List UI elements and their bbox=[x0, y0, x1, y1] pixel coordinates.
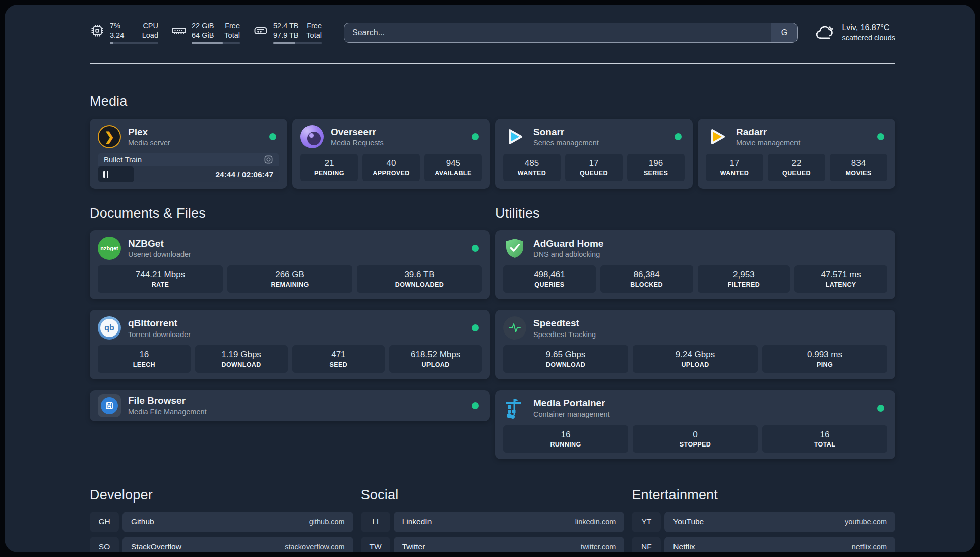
stat-latency: 47.571 msLATENCY bbox=[794, 265, 887, 293]
app-desc: Series management bbox=[533, 139, 599, 147]
stat-wanted: 17WANTED bbox=[706, 154, 763, 181]
filebrowser-logo-icon bbox=[98, 394, 121, 417]
session-detail-icon[interactable] bbox=[264, 155, 273, 164]
stat-leech: 16LEECH bbox=[98, 345, 191, 372]
link-url: youtube.com bbox=[845, 518, 887, 526]
disk-total-label: Total bbox=[306, 31, 322, 40]
cpu-widget: 7%CPU 3.24Load bbox=[90, 21, 158, 45]
app-desc: Movie management bbox=[736, 139, 800, 147]
nzbget-logo-icon: nzbget bbox=[98, 237, 121, 260]
pause-icon[interactable] bbox=[103, 171, 105, 178]
app-name: Radarr bbox=[736, 127, 800, 138]
cpu-progress-bar bbox=[110, 42, 158, 44]
status-dot bbox=[675, 133, 682, 140]
link-netflix[interactable]: NF Netflixnetflix.com bbox=[632, 537, 895, 552]
section-title-media: Media bbox=[90, 94, 895, 109]
stat-stopped: 0STOPPED bbox=[633, 425, 758, 453]
stat-blocked: 86,384BLOCKED bbox=[600, 265, 693, 293]
app-name: NZBGet bbox=[128, 238, 191, 250]
app-desc: Media Requests bbox=[331, 139, 384, 147]
stat-available: 945AVAILABLE bbox=[424, 154, 482, 181]
app-card-nzbget[interactable]: nzbget NZBGet Usenet downloader 744.21 M… bbox=[90, 230, 490, 299]
app-card-adguard[interactable]: AdGuard Home DNS and adblocking 498,461Q… bbox=[495, 230, 895, 299]
app-card-qbittorrent[interactable]: qb qBittorrent Torrent downloader 16LEEC… bbox=[90, 310, 490, 379]
weather-condition: scattered clouds bbox=[842, 33, 895, 43]
memory-widget: 22 GiBFree 64 GiBTotal bbox=[171, 21, 240, 45]
app-card-speedtest[interactable]: Speedtest Speedtest Tracking 9.65 GbpsDO… bbox=[495, 310, 895, 379]
link-name: LinkedIn bbox=[402, 517, 432, 526]
status-dot bbox=[877, 133, 884, 140]
link-name: Github bbox=[131, 517, 154, 526]
playback-time: 24:44 / 02:06:47 bbox=[215, 170, 273, 179]
section-title-developer: Developer bbox=[90, 487, 353, 503]
link-github[interactable]: GH Githubgithub.com bbox=[90, 512, 353, 532]
cpu-usage-value: 7% bbox=[110, 21, 120, 31]
stat-total: 16TOTAL bbox=[762, 425, 887, 453]
link-youtube[interactable]: YT YouTubeyoutube.com bbox=[632, 512, 895, 532]
adguard-logo-icon bbox=[503, 237, 526, 260]
now-playing-title: Bullet Train bbox=[104, 155, 142, 164]
app-desc: Media File Management bbox=[128, 408, 207, 416]
memory-total-value: 64 GiB bbox=[192, 31, 214, 40]
stat-filtered: 2,953FILTERED bbox=[698, 265, 790, 293]
stat-queued: 22QUEUED bbox=[768, 154, 825, 181]
memory-free-value: 22 GiB bbox=[192, 21, 214, 31]
memory-total-label: Total bbox=[224, 31, 240, 40]
search-bar: G bbox=[344, 23, 798, 43]
app-desc: Torrent downloader bbox=[128, 330, 191, 339]
link-name: StackOverflow bbox=[131, 542, 181, 551]
app-desc: Usenet downloader bbox=[128, 250, 191, 258]
app-card-radarr[interactable]: Radarr Movie management 17WANTED 22QUEUE… bbox=[698, 119, 895, 189]
playback-progress: 24:44 / 02:06:47 bbox=[98, 166, 279, 182]
app-name: AdGuard Home bbox=[533, 238, 603, 250]
app-desc: Container management bbox=[533, 410, 610, 418]
top-bar: 7%CPU 3.24Load 22 GiBFree 64 GiBTotal bbox=[90, 20, 895, 46]
section-title-social: Social bbox=[361, 487, 625, 503]
disk-icon bbox=[253, 23, 268, 38]
status-dot bbox=[269, 133, 276, 140]
status-dot bbox=[877, 405, 884, 412]
link-name: Netflix bbox=[673, 542, 695, 551]
header-divider bbox=[90, 63, 895, 64]
section-title-documents: Documents & Files bbox=[90, 206, 490, 221]
status-dot bbox=[472, 402, 479, 409]
link-url: github.com bbox=[309, 518, 345, 526]
weather-location: Lviv, 16.87°C bbox=[842, 22, 895, 33]
app-name: qBittorrent bbox=[128, 318, 191, 329]
stat-pending: 21PENDING bbox=[300, 154, 358, 181]
link-twitter[interactable]: TW Twittertwitter.com bbox=[361, 537, 625, 552]
search-engine-button[interactable]: G bbox=[771, 23, 797, 42]
app-desc: Speedtest Tracking bbox=[533, 330, 596, 339]
qbittorrent-logo-icon: qb bbox=[98, 316, 121, 340]
stat-queued: 17QUEUED bbox=[565, 154, 623, 181]
app-name: Overseerr bbox=[331, 127, 384, 138]
cpu-usage-label: CPU bbox=[143, 21, 158, 31]
link-stackoverflow[interactable]: SO StackOverflowstackoverflow.com bbox=[90, 537, 353, 552]
portainer-logo-icon bbox=[503, 397, 526, 420]
app-card-portainer[interactable]: Media Portainer Container management 16R… bbox=[495, 390, 895, 459]
app-card-plex[interactable]: ❯ Plex Media server Bullet Train bbox=[90, 119, 287, 189]
link-tag: GH bbox=[90, 512, 119, 532]
stat-download: 1.19 GbpsDOWNLOAD bbox=[195, 345, 288, 372]
status-dot bbox=[472, 245, 479, 252]
link-url: stackoverflow.com bbox=[285, 543, 344, 551]
app-name: Speedtest bbox=[533, 318, 596, 329]
link-linkedin[interactable]: LI LinkedInlinkedin.com bbox=[361, 512, 625, 532]
app-card-sonarr[interactable]: Sonarr Series management 485WANTED 17QUE… bbox=[495, 119, 693, 189]
app-card-filebrowser[interactable]: File Browser Media File Management bbox=[90, 390, 490, 421]
disk-free-value: 52.4 TB bbox=[273, 21, 299, 31]
cpu-load-label: Load bbox=[142, 31, 158, 40]
search-input[interactable] bbox=[344, 23, 771, 42]
stat-movies: 834MOVIES bbox=[830, 154, 887, 181]
link-tag: SO bbox=[90, 537, 119, 552]
app-desc: DNS and adblocking bbox=[533, 250, 603, 258]
app-card-overseerr[interactable]: Overseerr Media Requests 21PENDING 40APP… bbox=[292, 119, 490, 189]
memory-free-label: Free bbox=[225, 21, 240, 31]
status-dot bbox=[472, 133, 479, 140]
link-tag: LI bbox=[361, 512, 390, 532]
link-name: Twitter bbox=[402, 542, 425, 551]
app-name: Sonarr bbox=[533, 127, 599, 138]
stat-ping: 0.993 msPING bbox=[762, 345, 887, 372]
app-name: File Browser bbox=[128, 395, 207, 407]
speedtest-logo-icon bbox=[503, 316, 526, 340]
